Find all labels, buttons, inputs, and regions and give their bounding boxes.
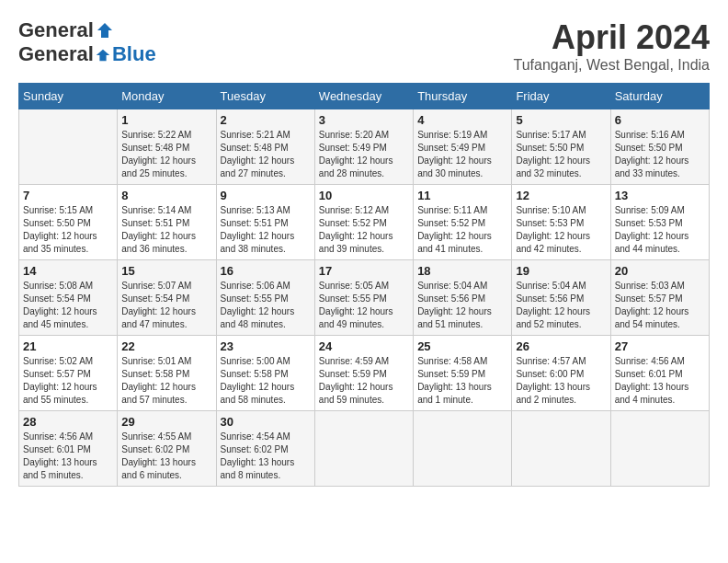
calendar-day-cell: 23Sunrise: 5:00 AM Sunset: 5:58 PM Dayli…	[216, 336, 314, 411]
day-info: Sunrise: 5:12 AM Sunset: 5:52 PM Dayligh…	[319, 204, 409, 256]
calendar-day-cell: 9Sunrise: 5:13 AM Sunset: 5:51 PM Daylig…	[216, 185, 314, 260]
calendar-day-cell: 11Sunrise: 5:11 AM Sunset: 5:52 PM Dayli…	[414, 185, 512, 260]
page-header: General GeneralBlue April 2024 Tufanganj…	[18, 18, 710, 74]
day-info: Sunrise: 5:07 AM Sunset: 5:54 PM Dayligh…	[121, 280, 211, 331]
day-number: 9	[221, 189, 311, 202]
logo-general-label: General	[18, 42, 94, 65]
day-info: Sunrise: 5:20 AM Sunset: 5:49 PM Dayligh…	[319, 129, 409, 180]
day-number: 7	[23, 189, 113, 202]
day-info: Sunrise: 5:08 AM Sunset: 5:54 PM Dayligh…	[23, 280, 113, 331]
day-info: Sunrise: 5:21 AM Sunset: 5:48 PM Dayligh…	[221, 129, 311, 180]
day-info: Sunrise: 5:16 AM Sunset: 5:50 PM Dayligh…	[615, 129, 705, 180]
calendar-day-cell: 2Sunrise: 5:21 AM Sunset: 5:48 PM Daylig…	[216, 109, 314, 185]
calendar-day-cell: 27Sunrise: 4:56 AM Sunset: 6:01 PM Dayli…	[610, 336, 709, 411]
calendar-day-cell: 4Sunrise: 5:19 AM Sunset: 5:49 PM Daylig…	[414, 109, 512, 185]
calendar-header-row: SundayMondayTuesdayWednesdayThursdayFrid…	[19, 84, 710, 109]
day-info: Sunrise: 5:05 AM Sunset: 5:55 PM Dayligh…	[319, 280, 409, 331]
day-number: 15	[121, 264, 211, 278]
calendar-day-cell: 22Sunrise: 5:01 AM Sunset: 5:58 PM Dayli…	[118, 336, 216, 411]
day-info: Sunrise: 4:57 AM Sunset: 6:00 PM Dayligh…	[516, 355, 606, 407]
svg-marker-1	[97, 50, 109, 62]
calendar-day-cell: 12Sunrise: 5:10 AM Sunset: 5:53 PM Dayli…	[512, 185, 610, 260]
day-number: 3	[319, 113, 409, 127]
day-info: Sunrise: 4:59 AM Sunset: 5:59 PM Dayligh…	[319, 355, 409, 407]
calendar-table: SundayMondayTuesdayWednesdayThursdayFrid…	[18, 83, 710, 487]
calendar-day-cell: 8Sunrise: 5:14 AM Sunset: 5:51 PM Daylig…	[118, 185, 216, 260]
day-number: 26	[516, 339, 606, 353]
calendar-day-cell: 10Sunrise: 5:12 AM Sunset: 5:52 PM Dayli…	[314, 185, 413, 260]
calendar-day-cell: 21Sunrise: 5:02 AM Sunset: 5:57 PM Dayli…	[19, 336, 118, 411]
day-number: 20	[615, 264, 705, 278]
day-number: 24	[319, 339, 409, 353]
day-number: 11	[417, 189, 507, 202]
column-header-sunday: Sunday	[19, 84, 118, 109]
day-number: 13	[615, 189, 705, 202]
calendar-empty-cell	[19, 109, 118, 185]
day-info: Sunrise: 4:58 AM Sunset: 5:59 PM Dayligh…	[417, 355, 507, 407]
calendar-day-cell: 17Sunrise: 5:05 AM Sunset: 5:55 PM Dayli…	[314, 260, 413, 336]
calendar-day-cell: 18Sunrise: 5:04 AM Sunset: 5:56 PM Dayli…	[414, 260, 512, 336]
calendar-day-cell: 3Sunrise: 5:20 AM Sunset: 5:49 PM Daylig…	[314, 109, 413, 185]
day-number: 16	[221, 264, 311, 278]
day-info: Sunrise: 5:15 AM Sunset: 5:50 PM Dayligh…	[23, 204, 113, 256]
day-info: Sunrise: 5:02 AM Sunset: 5:57 PM Dayligh…	[23, 355, 113, 407]
day-number: 23	[221, 339, 311, 353]
title-block: April 2024 Tufanganj, West Bengal, India	[514, 18, 710, 74]
day-number: 29	[121, 415, 211, 429]
column-header-thursday: Thursday	[414, 84, 512, 109]
logo-blue-label: Blue	[112, 42, 156, 65]
calendar-day-cell: 28Sunrise: 4:56 AM Sunset: 6:01 PM Dayli…	[19, 411, 118, 487]
location-subtitle: Tufanganj, West Bengal, India	[514, 57, 710, 74]
day-number: 10	[319, 189, 409, 202]
day-number: 17	[319, 264, 409, 278]
calendar-day-cell: 25Sunrise: 4:58 AM Sunset: 5:59 PM Dayli…	[414, 336, 512, 411]
day-info: Sunrise: 5:22 AM Sunset: 5:48 PM Dayligh…	[121, 129, 211, 180]
calendar-week-row: 28Sunrise: 4:56 AM Sunset: 6:01 PM Dayli…	[19, 411, 710, 487]
calendar-day-cell: 30Sunrise: 4:54 AM Sunset: 6:02 PM Dayli…	[216, 411, 314, 487]
calendar-empty-cell	[512, 411, 610, 487]
day-number: 6	[615, 113, 705, 127]
column-header-friday: Friday	[512, 84, 610, 109]
day-number: 4	[417, 113, 507, 127]
calendar-week-row: 1Sunrise: 5:22 AM Sunset: 5:48 PM Daylig…	[19, 109, 710, 185]
column-header-saturday: Saturday	[610, 84, 709, 109]
column-header-tuesday: Tuesday	[216, 84, 314, 109]
calendar-day-cell: 16Sunrise: 5:06 AM Sunset: 5:55 PM Dayli…	[216, 260, 314, 336]
day-info: Sunrise: 5:03 AM Sunset: 5:57 PM Dayligh…	[615, 280, 705, 331]
calendar-day-cell: 19Sunrise: 5:04 AM Sunset: 5:56 PM Dayli…	[512, 260, 610, 336]
day-number: 8	[121, 189, 211, 202]
logo-icon	[96, 21, 114, 40]
day-number: 5	[516, 113, 606, 127]
day-info: Sunrise: 5:09 AM Sunset: 5:53 PM Dayligh…	[615, 204, 705, 256]
column-header-wednesday: Wednesday	[314, 84, 413, 109]
calendar-day-cell: 6Sunrise: 5:16 AM Sunset: 5:50 PM Daylig…	[610, 109, 709, 185]
day-info: Sunrise: 4:55 AM Sunset: 6:02 PM Dayligh…	[121, 431, 211, 482]
calendar-day-cell: 5Sunrise: 5:17 AM Sunset: 5:50 PM Daylig…	[512, 109, 610, 185]
day-info: Sunrise: 5:19 AM Sunset: 5:49 PM Dayligh…	[417, 129, 507, 180]
day-number: 21	[23, 339, 113, 353]
day-number: 18	[417, 264, 507, 278]
day-number: 12	[516, 189, 606, 202]
calendar-day-cell: 24Sunrise: 4:59 AM Sunset: 5:59 PM Dayli…	[314, 336, 413, 411]
calendar-week-row: 7Sunrise: 5:15 AM Sunset: 5:50 PM Daylig…	[19, 185, 710, 260]
calendar-empty-cell	[314, 411, 413, 487]
day-info: Sunrise: 5:13 AM Sunset: 5:51 PM Dayligh…	[221, 204, 311, 256]
logo-chevron-icon	[95, 47, 111, 63]
day-info: Sunrise: 4:56 AM Sunset: 6:01 PM Dayligh…	[615, 355, 705, 407]
calendar-week-row: 21Sunrise: 5:02 AM Sunset: 5:57 PM Dayli…	[19, 336, 710, 411]
day-info: Sunrise: 5:04 AM Sunset: 5:56 PM Dayligh…	[417, 280, 507, 331]
calendar-day-cell: 26Sunrise: 4:57 AM Sunset: 6:00 PM Dayli…	[512, 336, 610, 411]
logo: General GeneralBlue	[18, 18, 156, 66]
svg-marker-0	[97, 23, 112, 38]
column-header-monday: Monday	[118, 84, 216, 109]
day-number: 19	[516, 264, 606, 278]
calendar-day-cell: 13Sunrise: 5:09 AM Sunset: 5:53 PM Dayli…	[610, 185, 709, 260]
day-number: 27	[615, 339, 705, 353]
day-number: 1	[121, 113, 211, 127]
day-info: Sunrise: 5:17 AM Sunset: 5:50 PM Dayligh…	[516, 129, 606, 180]
day-info: Sunrise: 4:54 AM Sunset: 6:02 PM Dayligh…	[221, 431, 311, 482]
day-info: Sunrise: 4:56 AM Sunset: 6:01 PM Dayligh…	[23, 431, 113, 482]
day-info: Sunrise: 5:11 AM Sunset: 5:52 PM Dayligh…	[417, 204, 507, 256]
day-info: Sunrise: 5:01 AM Sunset: 5:58 PM Dayligh…	[121, 355, 211, 407]
logo-general-text: General	[18, 18, 94, 42]
